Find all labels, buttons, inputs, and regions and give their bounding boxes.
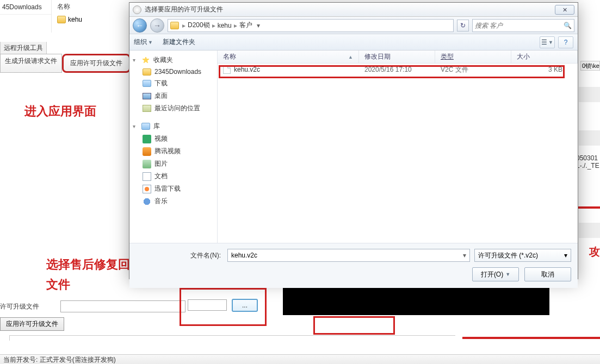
sidebar-item-music[interactable]: 音乐: [132, 195, 215, 208]
sidebar-item-tencent-video[interactable]: 腾讯视频: [132, 145, 215, 158]
dialog-toolbar: 组织▼ 新建文件夹 ☰▼ ?: [129, 34, 578, 51]
download-icon: [143, 80, 151, 87]
right-gray-strip: [579, 130, 600, 146]
chevron-down-icon: ▼: [548, 40, 553, 45]
sidebar-item-recent[interactable]: 最近访问的位置: [132, 102, 215, 115]
nav-back-button[interactable]: ←: [133, 18, 147, 33]
refresh-button[interactable]: ↻: [457, 20, 469, 32]
filename-value: kehu.v2c: [231, 252, 257, 259]
bg-name-column: 名称 kehu: [57, 0, 82, 26]
column-headers: 名称▲ 修改日期 类型 大小: [218, 51, 578, 64]
sidebar: ▾ 收藏夹 2345Downloads 下载 桌面 最近访问的位置 ▾ 库 视频…: [129, 51, 218, 243]
breadcrumb-dropdown[interactable]: ▾: [253, 22, 263, 29]
bg-name-row[interactable]: kehu: [57, 14, 82, 26]
close-button[interactable]: ✕: [555, 5, 574, 15]
view-mode-button[interactable]: ☰▼: [540, 36, 555, 48]
sidebar-item-xunlei[interactable]: 迅雷下载: [132, 183, 215, 195]
file-date: 2020/5/16 17:10: [359, 66, 435, 73]
right-gray-strip: [579, 87, 600, 102]
right-red-line: [576, 206, 600, 209]
library-icon: [141, 123, 150, 130]
chevron-down-icon: ▼: [505, 272, 510, 277]
chevron-down-icon: ▼: [148, 40, 153, 45]
bg-left-item: 45Downloads: [0, 0, 51, 15]
divider: [9, 335, 455, 341]
filetype-filter[interactable]: 许可升级文件 (*.v2c) ▾: [474, 249, 571, 262]
file-size: 3 KB: [511, 66, 578, 73]
chevron-right-icon: ▸: [211, 22, 217, 29]
sidebar-item-downloads[interactable]: 下载: [132, 77, 215, 90]
tab-row: 生成升级请求文件 应用许可升级文件: [0, 54, 131, 73]
column-name[interactable]: 名称▲: [218, 51, 359, 63]
bg-name-row-label: kehu: [68, 16, 82, 23]
file-list-pane: 名称▲ 修改日期 类型 大小 kehu.v2c 2020/5/16 17:10 …: [218, 51, 578, 243]
document-icon: [143, 172, 151, 181]
breadcrumb[interactable]: ▸ D200锁 ▸ kehu ▸ 客户 ▾: [168, 19, 454, 32]
filename-input[interactable]: kehu.v2c ▾: [227, 249, 470, 262]
tencent-video-icon: [143, 147, 151, 156]
nav-forward-button[interactable]: →: [150, 18, 164, 33]
sidebar-item-2345downloads[interactable]: 2345Downloads: [132, 66, 215, 77]
right-fragment-path: 0锁\ke: [580, 61, 600, 71]
sidebar-item-label: 视频: [154, 134, 168, 143]
sidebar-item-pictures[interactable]: 图片: [132, 158, 215, 170]
sidebar-item-desktop[interactable]: 桌面: [132, 90, 215, 102]
right-fragment-text: 050301 L-./._TE: [576, 154, 600, 176]
new-folder-button[interactable]: 新建文件夹: [163, 37, 195, 47]
column-type[interactable]: 类型: [435, 51, 511, 63]
file-type: V2C 文件: [435, 65, 511, 74]
tool-window-title: 远程升级工具: [0, 42, 47, 55]
sidebar-libraries-header[interactable]: ▾ 库: [132, 120, 215, 133]
sidebar-item-label: 迅雷下载: [154, 184, 181, 193]
sidebar-item-label: 腾讯视频: [154, 147, 181, 156]
sidebar-item-label: 图片: [154, 159, 168, 168]
tab-generate[interactable]: 生成升级请求文件: [0, 54, 62, 73]
bg-left-panel: 45Downloads: [0, 0, 52, 33]
file-open-dialog: 选择要应用的许可升级文件 ✕ ← → ▸ D200锁 ▸ kehu ▸ 客户 ▾…: [129, 2, 578, 279]
search-input[interactable]: [475, 22, 561, 29]
help-button[interactable]: ?: [558, 36, 573, 48]
picture-icon: [143, 160, 151, 168]
sidebar-favorites-header[interactable]: ▾ 收藏夹: [132, 54, 215, 66]
right-red-char: 攻: [589, 244, 600, 259]
chevron-down-icon[interactable]: ▾: [463, 252, 466, 259]
breadcrumb-seg[interactable]: kehu: [218, 22, 232, 29]
sidebar-header-label: 收藏夹: [153, 55, 173, 65]
file-icon: [223, 65, 231, 74]
chevron-down-icon: ▾: [133, 57, 138, 63]
dialog-navbar: ← → ▸ D200锁 ▸ kehu ▸ 客户 ▾ ↻ 🔍: [129, 17, 578, 34]
chevron-down-icon: ▾: [564, 252, 567, 259]
apply-license-button[interactable]: 应用许可升级文件: [0, 317, 64, 331]
dialog-body: ▾ 收藏夹 2345Downloads 下载 桌面 最近访问的位置 ▾ 库 视频…: [129, 51, 578, 243]
sidebar-header-label: 库: [153, 122, 160, 131]
browse-button[interactable]: ...: [232, 299, 258, 312]
open-button[interactable]: 打开(O)▼: [472, 267, 519, 281]
breadcrumb-seg[interactable]: D200锁: [188, 21, 210, 30]
license-file-input[interactable]: [60, 300, 185, 312]
sidebar-item-documents[interactable]: 文档: [132, 170, 215, 183]
browse-small-input[interactable]: [188, 299, 227, 311]
tab-apply[interactable]: 应用许可升级文件: [62, 54, 131, 73]
search-icon[interactable]: 🔍: [561, 22, 572, 29]
sidebar-item-video[interactable]: 视频: [132, 133, 215, 145]
dialog-title-icon: [133, 5, 141, 14]
column-date[interactable]: 修改日期: [359, 51, 435, 63]
search-box[interactable]: 🔍: [472, 19, 574, 32]
dialog-titlebar[interactable]: 选择要应用的许可升级文件 ✕: [129, 3, 578, 17]
cancel-button[interactable]: 取消: [524, 267, 571, 281]
sort-asc-icon: ▲: [348, 54, 353, 60]
folder-icon: [170, 22, 179, 29]
dialog-title: 选择要应用的许可升级文件: [145, 5, 552, 14]
desktop-icon: [143, 93, 151, 99]
bg-name-header: 名称: [57, 0, 82, 14]
column-size[interactable]: 大小: [511, 51, 578, 63]
organize-menu[interactable]: 组织▼: [134, 37, 153, 47]
right-fragment-line: L-./._TE: [576, 162, 600, 170]
sidebar-item-label: 下载: [154, 79, 168, 88]
breadcrumb-seg[interactable]: 客户: [239, 21, 252, 30]
sidebar-item-label: 文档: [154, 172, 168, 181]
sidebar-item-label: 桌面: [154, 91, 168, 101]
sidebar-item-label: 音乐: [154, 197, 168, 206]
table-row[interactable]: kehu.v2c 2020/5/16 17:10 V2C 文件 3 KB: [218, 64, 578, 76]
xunlei-icon: [143, 185, 151, 193]
